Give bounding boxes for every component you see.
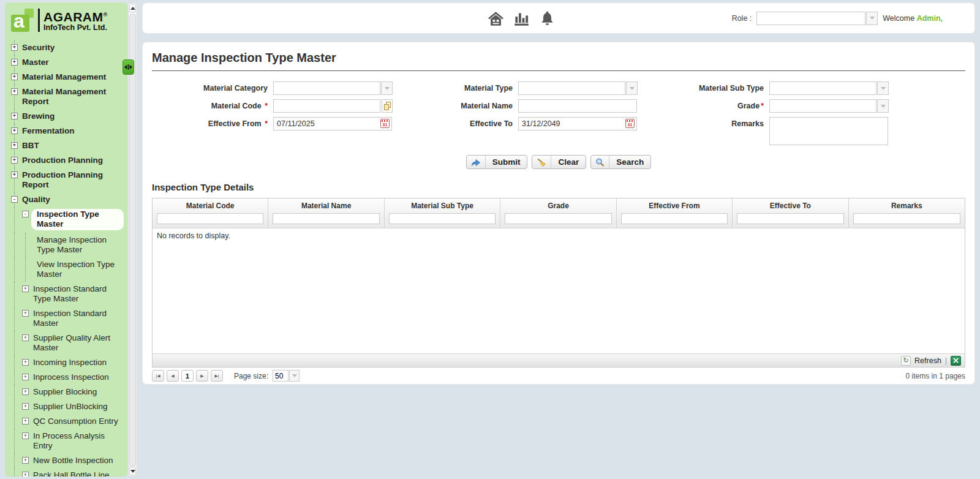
filter-input-material-name[interactable]	[273, 213, 379, 224]
sidebar-item-label: QC Consumption Entry	[33, 417, 118, 426]
material-name-input[interactable]	[518, 99, 637, 113]
lookup-icon[interactable]	[382, 99, 393, 113]
calendar-icon[interactable]: 31	[380, 119, 390, 128]
sidebar-item-fermentation[interactable]: +Fermentation	[5, 124, 127, 138]
chevron-down-icon[interactable]	[626, 81, 638, 95]
effective-to-input[interactable]	[518, 117, 637, 130]
sidebar-item-brewing[interactable]: +Brewing	[5, 109, 127, 124]
submit-label: Submit	[486, 156, 527, 168]
pager-page-1-button[interactable]: 1	[181, 370, 194, 382]
effective-from-input[interactable]	[273, 117, 392, 130]
chart-icon[interactable]	[513, 10, 530, 27]
expand-plus-icon[interactable]: +	[22, 418, 29, 424]
expand-plus-icon[interactable]: +	[11, 142, 18, 149]
role-label: Role :	[732, 14, 752, 23]
expand-plus-icon[interactable]: +	[11, 157, 18, 164]
filter-input-remarks[interactable]	[853, 213, 960, 224]
scrollbar-thumb[interactable]	[129, 14, 136, 466]
sidebar-collapse-handle[interactable]	[123, 59, 134, 75]
expand-plus-icon[interactable]: +	[11, 127, 18, 134]
role-select[interactable]	[756, 12, 865, 25]
chevron-down-icon[interactable]	[289, 370, 300, 382]
filter-input-material-sub-type[interactable]	[389, 213, 496, 224]
sidebar-item-qc-consumption-entry[interactable]: +QC Consumption Entry	[5, 414, 127, 429]
expand-plus-icon[interactable]: +	[22, 472, 29, 477]
expand-plus-icon[interactable]: +	[22, 388, 29, 395]
expand-plus-icon[interactable]: +	[22, 457, 29, 464]
calendar-icon[interactable]: 31	[625, 119, 635, 128]
sidebar-item-supplier-blocking[interactable]: +Supplier Blocking	[5, 385, 127, 399]
pager-last-button[interactable]: ▶|	[211, 370, 223, 382]
pager-prev-button[interactable]: ◀	[167, 370, 179, 382]
filter-input-effective-from[interactable]	[621, 213, 728, 224]
expand-plus-icon[interactable]: +	[22, 374, 29, 380]
sidebar-item-incoming-inspection[interactable]: +Incoming Inspection	[5, 355, 127, 370]
grade-input[interactable]	[769, 99, 876, 113]
column-label: Grade	[505, 202, 611, 210]
sidebar-item-new-bottle-inspection[interactable]: +New Bottle Inspection	[5, 453, 127, 468]
bell-icon[interactable]	[539, 10, 556, 27]
expand-plus-icon[interactable]: +	[22, 359, 29, 366]
remarks-textarea[interactable]	[769, 117, 888, 145]
expand-plus-icon[interactable]: +	[11, 113, 18, 119]
expand-plus-icon[interactable]: +	[11, 172, 18, 178]
sidebar-item-view-inspection-type-master[interactable]: View Inspection Type Master	[5, 257, 127, 282]
sidebar-item-security[interactable]: +Security	[5, 40, 127, 55]
material-sub-type-input[interactable]	[769, 81, 876, 95]
chevron-down-icon[interactable]	[877, 81, 889, 95]
expand-plus-icon[interactable]: +	[11, 59, 18, 66]
expand-plus-icon[interactable]: +	[22, 310, 29, 317]
sidebar-item-label: Production Planning	[22, 156, 103, 165]
sidebar-item-production-planning[interactable]: +Production Planning	[5, 153, 127, 168]
search-button[interactable]: Search	[590, 155, 651, 169]
search-form: Material Category Material Code * Effect…	[152, 81, 965, 149]
sidebar-item-inprocess-inspection[interactable]: +Inprocess Inspection	[5, 370, 127, 385]
material-type-input[interactable]	[518, 81, 625, 95]
chevron-down-icon[interactable]	[381, 81, 393, 95]
refresh-icon[interactable]: ↻	[901, 356, 911, 366]
sidebar-item-bbt[interactable]: +BBT	[5, 138, 127, 153]
refresh-button[interactable]: Refresh	[914, 356, 941, 365]
calendar-day: 31	[626, 122, 634, 127]
collapse-minus-icon[interactable]: -	[22, 211, 29, 217]
home-icon[interactable]	[488, 10, 504, 27]
scroll-down-button[interactable]	[129, 467, 136, 475]
sidebar-item-quality[interactable]: -Quality	[5, 192, 127, 207]
clear-button[interactable]: Clear	[532, 155, 586, 169]
sidebar-item-inspection-standard-type-master[interactable]: +Inspection Standard Type Master	[5, 282, 127, 306]
sidebar-item-inspection-type-master[interactable]: -Inspection Type Master	[5, 207, 127, 233]
material-code-input[interactable]	[273, 99, 380, 113]
expand-plus-icon[interactable]: +	[11, 88, 18, 95]
topbar: Role : Welcome Admin,	[142, 2, 975, 34]
chevron-down-icon[interactable]	[877, 99, 889, 113]
expand-plus-icon[interactable]: +	[11, 74, 18, 80]
sidebar-item-material-management-report[interactable]: +Material Management Report	[5, 85, 127, 109]
page-size-input[interactable]	[273, 370, 288, 382]
chevron-down-icon[interactable]	[866, 12, 878, 25]
sidebar-item-inspection-standard-master[interactable]: +Inspection Standard Master	[5, 306, 127, 331]
scroll-up-button[interactable]	[129, 4, 136, 12]
expand-plus-icon[interactable]: +	[22, 403, 29, 410]
sidebar-item-production-planning-report[interactable]: +Production Planning Report	[5, 168, 127, 192]
submit-button[interactable]: Submit	[466, 155, 528, 169]
pager-next-button[interactable]: ▶	[196, 370, 208, 382]
expand-plus-icon[interactable]: +	[11, 44, 18, 51]
material-category-input[interactable]	[273, 81, 380, 95]
export-excel-icon[interactable]	[951, 356, 961, 366]
filter-input-effective-to[interactable]	[737, 213, 843, 224]
arrow-up-icon	[130, 4, 135, 10]
expand-plus-icon[interactable]: +	[22, 432, 29, 439]
expand-plus-icon[interactable]: +	[22, 334, 29, 341]
sidebar-item-manage-inspection-type-master[interactable]: Manage Inspection Type Master	[5, 233, 127, 257]
sidebar-item-pack-hall-bottle-line-audit-entry[interactable]: +Pack Hall Bottle Line Audit Entry	[5, 468, 127, 477]
sidebar-item-supplier-unblocking[interactable]: +Supplier UnBlocking	[5, 399, 127, 414]
sidebar-item-material-management[interactable]: +Material Management	[5, 70, 127, 85]
collapse-minus-icon[interactable]: -	[11, 196, 18, 203]
pager-first-button[interactable]: |◀	[152, 370, 164, 382]
sidebar-item-supplier-quality-alert-master[interactable]: +Supplier Quality Alert Master	[5, 331, 127, 355]
sidebar-item-in-process-analysis-entry[interactable]: +In Process Analysis Entry	[5, 429, 127, 453]
filter-input-material-code[interactable]	[157, 213, 263, 224]
filter-input-grade[interactable]	[505, 213, 611, 224]
sidebar-item-master[interactable]: +Master	[5, 55, 127, 70]
expand-plus-icon[interactable]: +	[22, 285, 29, 292]
